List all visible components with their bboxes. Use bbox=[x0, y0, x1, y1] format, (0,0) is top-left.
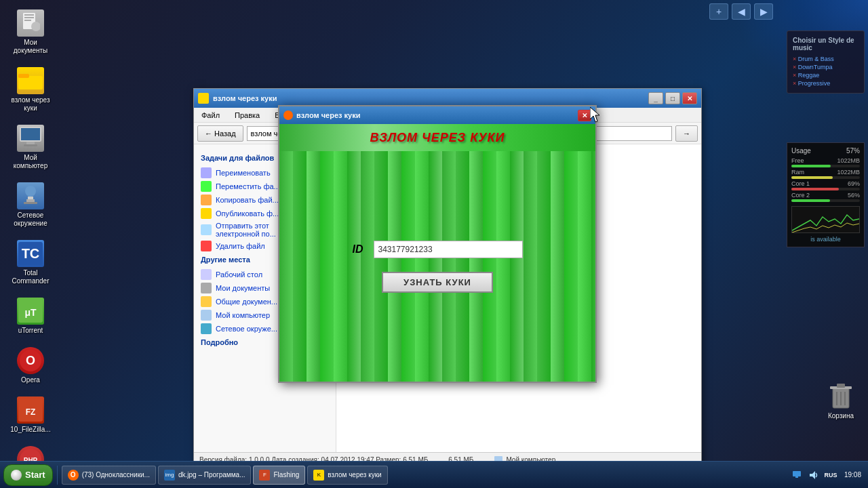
music-widget: Choisir un Style de music Drum & Bass Do… bbox=[787, 30, 865, 94]
tray-icon-sound[interactable] bbox=[807, 468, 821, 482]
right-panel: Choisir un Style de music Drum & Bass Do… bbox=[780, 0, 868, 461]
sys-monitor-label: Usage bbox=[791, 147, 811, 155]
sys-bar-core1: Core 169% bbox=[791, 180, 860, 190]
popup-id-label: ID bbox=[353, 243, 363, 256]
corner-btn-add[interactable]: + bbox=[709, 3, 728, 20]
svg-rect-2 bbox=[24, 17, 34, 18]
popup-window-title: взлом через куки bbox=[296, 111, 360, 119]
desktop-icon-opera[interactable]: O Opera bbox=[7, 344, 54, 387]
desktop-icon-my-pc[interactable]: Мойкомпьютер bbox=[7, 122, 54, 173]
my-pc-icon bbox=[17, 125, 44, 152]
task-move-icon bbox=[201, 181, 212, 192]
svg-rect-36 bbox=[793, 471, 801, 476]
popup-id-input[interactable] bbox=[374, 241, 523, 258]
network-label: Сетевоеокружение bbox=[14, 211, 47, 228]
sys-bar-ram-val: 1022MB bbox=[837, 169, 860, 176]
svg-rect-6 bbox=[18, 74, 29, 78]
popup-close-btn[interactable]: ✕ bbox=[578, 110, 591, 121]
task-rename-label: Переименовать bbox=[216, 169, 271, 177]
taskbar-hack-icon: K bbox=[313, 470, 324, 481]
desktop-icon-utorrent[interactable]: μT uTorrent bbox=[7, 295, 54, 338]
place-desktop-label: Рабочий стол bbox=[216, 270, 262, 279]
my-docs-label: Мои документы bbox=[9, 39, 52, 55]
sys-bar-core2-label: Core 2 bbox=[791, 192, 810, 199]
task-publish-label: Опубликовать ф... bbox=[216, 209, 279, 218]
popup-body: ВЗЛОМ ЧЕРЕЗ КУКИ ID УЗНАТЬ КУКИ bbox=[279, 124, 595, 382]
sys-bar-ram-label: Ram bbox=[791, 169, 804, 176]
sys-bar-free: Free1022MB bbox=[791, 157, 860, 167]
desktop-icon-total-commander[interactable]: TC Total Commander bbox=[7, 237, 54, 288]
desktop-icon-my-docs[interactable]: Мои документы bbox=[7, 7, 54, 58]
taskbar-divider bbox=[57, 466, 58, 485]
place-shared-docs-icon bbox=[201, 296, 212, 307]
tray-icon-network[interactable] bbox=[790, 468, 804, 482]
popup-window-icon bbox=[283, 110, 293, 120]
explorer-minimize-btn[interactable]: _ bbox=[648, 92, 663, 104]
task-delete-label: Удалить файл bbox=[216, 242, 265, 250]
taskbar-btn-flashing[interactable]: F Flashing bbox=[253, 466, 305, 485]
music-item-2[interactable]: DownTumpa bbox=[793, 63, 859, 71]
taskbar-dk-label: dk.jpg – Программа... bbox=[178, 471, 245, 479]
taskbar-right: RUS 19:08 bbox=[790, 468, 865, 482]
svg-rect-14 bbox=[28, 197, 33, 199]
sys-bar-core2-val: 56% bbox=[848, 192, 860, 199]
music-item-1[interactable]: Drum & Bass bbox=[793, 55, 859, 63]
explorer-window-controls: _ □ ✕ bbox=[648, 92, 697, 104]
sys-avail-text: is available bbox=[791, 236, 860, 243]
opera-icon: O bbox=[17, 347, 44, 374]
hack-icon bbox=[17, 67, 44, 94]
desktop-icon-filezilla[interactable]: FZ 10_FileZilla... bbox=[7, 394, 54, 436]
place-my-docs-icon bbox=[201, 283, 212, 293]
svg-text:TC: TC bbox=[22, 246, 40, 261]
popup-header-band: ВЗЛОМ ЧЕРЕЗ КУКИ bbox=[279, 124, 595, 151]
clock-time: 19:08 bbox=[844, 470, 861, 479]
utorrent-label: uTorrent bbox=[18, 327, 43, 335]
sys-bar-core1-val: 69% bbox=[848, 180, 860, 187]
place-my-pc-icon bbox=[201, 310, 212, 321]
popup-window: взлом через куки ✕ ВЗЛОМ ЧЕРЕЗ КУКИ ID У… bbox=[278, 105, 597, 383]
music-item-3[interactable]: Reggae bbox=[793, 71, 859, 79]
sys-graph bbox=[791, 206, 860, 233]
svg-rect-3 bbox=[24, 20, 31, 21]
popup-submit-button[interactable]: УЗНАТЬ КУКИ bbox=[382, 272, 493, 293]
svg-text:μT: μT bbox=[24, 307, 37, 318]
tray-icon-language[interactable]: RUS bbox=[824, 468, 837, 482]
sys-monitor: Usage 57% Free1022MB Ram1022MB Core 169%… bbox=[787, 142, 865, 247]
taskbar-btn-dk[interactable]: img dk.jpg – Программа... bbox=[158, 466, 252, 485]
svg-marker-38 bbox=[810, 471, 815, 479]
task-copy-label: Копировать фай... bbox=[216, 196, 279, 204]
svg-rect-10 bbox=[24, 144, 37, 146]
taskbar-odnoklassniki-label: (73) Одноклассники... bbox=[82, 471, 150, 479]
corner-buttons: + ◀ ▶ bbox=[709, 3, 773, 20]
task-rename-icon bbox=[201, 167, 212, 178]
desktop-icons: Мои документы взлом черезкуки Мойкомпьют… bbox=[7, 0, 54, 488]
svg-rect-1 bbox=[24, 14, 34, 16]
place-my-docs-label: Мои документы bbox=[216, 284, 270, 292]
popup-id-row: ID bbox=[353, 241, 523, 258]
place-network-icon bbox=[201, 323, 212, 334]
menu-file[interactable]: Файл bbox=[197, 110, 224, 121]
explorer-close-btn[interactable]: ✕ bbox=[682, 92, 697, 104]
desktop-icon-hack[interactable]: взлом черезкуки bbox=[7, 64, 54, 115]
desktop-icon-network[interactable]: Сетевоеокружение bbox=[7, 180, 54, 230]
sys-bar-ram: Ram1022MB bbox=[791, 169, 860, 179]
taskbar-btn-hack[interactable]: K взлом через куки bbox=[307, 466, 387, 485]
my-docs-icon bbox=[17, 9, 44, 37]
taskbar-odnoklassniki-icon: О bbox=[68, 470, 79, 481]
menu-edit[interactable]: Правка bbox=[231, 110, 264, 121]
start-button[interactable]: Start bbox=[3, 464, 53, 486]
explorer-maximize-btn[interactable]: □ bbox=[665, 92, 680, 104]
explorer-title-left: взлом через куки bbox=[198, 93, 277, 104]
back-button[interactable]: ← Назад bbox=[197, 125, 243, 142]
start-label: Start bbox=[25, 470, 45, 480]
task-publish-icon bbox=[201, 208, 212, 219]
corner-btn-prev[interactable]: ◀ bbox=[732, 3, 751, 20]
music-item-4[interactable]: Progressive bbox=[793, 79, 859, 87]
svg-rect-12 bbox=[26, 199, 35, 202]
trash-icon[interactable]: Корзина bbox=[827, 381, 854, 420]
corner-btn-next[interactable]: ▶ bbox=[754, 3, 773, 20]
popup-titlebar: взлом через куки ✕ bbox=[279, 106, 595, 124]
taskbar-btn-odnoklassniki[interactable]: О (73) Одноклассники... bbox=[62, 466, 156, 485]
music-widget-title: Choisir un Style de music bbox=[793, 37, 859, 52]
go-button[interactable]: → bbox=[675, 125, 698, 142]
